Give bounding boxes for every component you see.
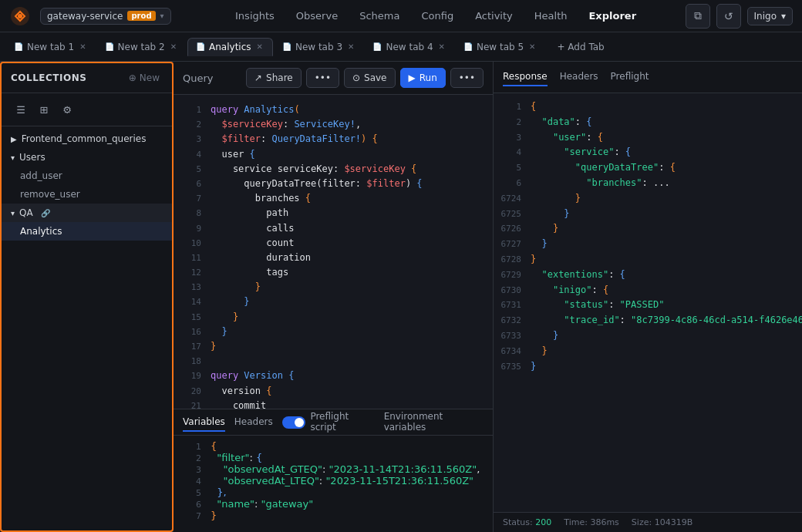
user-menu-button[interactable]: Inigo ▾ — [747, 7, 793, 25]
code-line: 3 "observedAt_GTEQ": "2023-11-14T21:36:1… — [174, 463, 493, 475]
tab-close-icon[interactable]: ✕ — [169, 42, 178, 52]
nav-config[interactable]: Config — [412, 6, 463, 25]
sidebar-item-analytics[interactable]: Analytics — [2, 222, 172, 241]
code-line: 6735} — [494, 359, 802, 375]
tab-headers[interactable]: Headers — [234, 413, 273, 432]
tab-response-headers[interactable]: Headers — [560, 68, 598, 86]
variables-content[interactable]: 1{2 "filter": {3 "observedAt_GTEQ": "202… — [174, 436, 493, 532]
tab-response-preflight[interactable]: Preflight — [611, 68, 649, 86]
tab-close-icon[interactable]: ✕ — [527, 42, 537, 52]
tab-variables[interactable]: Variables — [183, 413, 225, 432]
line-number: 5 — [180, 163, 201, 177]
settings-icon[interactable]: ⚙ — [57, 99, 77, 120]
line-number: 2 — [180, 118, 201, 132]
line-number: 6 — [180, 177, 201, 191]
line-number: 6735 — [500, 360, 521, 374]
refresh-button[interactable]: ↺ — [716, 4, 741, 29]
preflight-toggle[interactable]: Preflight script — [282, 408, 375, 437]
tab-doc-icon: 📄 — [372, 42, 382, 51]
line-number: 15 — [180, 311, 201, 325]
tab-label: Analytics — [209, 42, 251, 52]
line-number: 6733 — [500, 329, 521, 343]
variables-panel: Variables Headers Preflight script Envir… — [174, 409, 493, 532]
line-number: 6730 — [500, 284, 521, 298]
line-number: 6732 — [500, 314, 521, 328]
tab-close-icon[interactable]: ✕ — [255, 42, 265, 52]
tab-close-icon[interactable]: ✕ — [346, 42, 356, 52]
share-button[interactable]: ↗ Share — [246, 68, 302, 88]
new-collection-button[interactable]: ⊕ New — [126, 71, 163, 85]
line-number: 20 — [180, 385, 201, 399]
sidebar-item-remove-user[interactable]: remove_user — [2, 185, 172, 204]
code-line: 1{ — [174, 440, 493, 452]
run-button[interactable]: ▶ Run — [400, 68, 446, 88]
tab-response[interactable]: Response — [503, 68, 548, 86]
nav-health[interactable]: Health — [525, 6, 577, 25]
sidebar-item-qa[interactable]: ▾ QA 🔗 ✎ 🗑 — [2, 204, 172, 222]
tab-new-tab-4[interactable]: 📄 New tab 4 ✕ — [365, 39, 454, 56]
add-tab-button[interactable]: + Add Tab — [549, 39, 612, 56]
status-bar: Status: 200 Time: 386ms Size: 104319B — [494, 512, 802, 532]
query-toolbar: Query ↗ Share ••• ⊙ Save ▶ Run • — [174, 62, 493, 95]
status-label: Status: 200 — [503, 517, 551, 527]
more-run-icon: ••• — [459, 72, 475, 83]
save-button[interactable]: ⊙ Save — [344, 68, 396, 88]
code-line: 17} — [174, 339, 493, 354]
status-code: 200 — [535, 517, 551, 527]
code-line: 18 — [174, 354, 493, 369]
tab-preflight[interactable]: Preflight script — [310, 408, 374, 437]
line-number: 6727 — [500, 237, 521, 251]
tabs-bar: 📄 New tab 1 ✕ 📄 New tab 2 ✕ 📄 Analytics … — [0, 32, 802, 62]
nav-observe[interactable]: Observe — [287, 6, 347, 25]
svg-point-1 — [18, 14, 22, 19]
code-line: 6728} — [494, 252, 802, 268]
tab-analytics[interactable]: 📄 Analytics ✕ — [187, 38, 273, 56]
sidebar-item-users[interactable]: ▾ Users — [2, 148, 172, 167]
line-number: 9 — [180, 222, 201, 236]
delete-icon[interactable]: 🗑 — [154, 208, 163, 218]
code-line: 7} — [174, 510, 493, 521]
code-line: 19query Version { — [174, 369, 493, 383]
code-line: 13 } — [174, 280, 493, 295]
sidebar: Collections ⊕ New ☰ ⊞ ⚙ ▶ Frontend_commo… — [0, 62, 174, 532]
user-chevron-icon: ▾ — [781, 11, 786, 22]
item-label: Analytics — [20, 226, 62, 237]
line-number: 1 — [500, 100, 521, 114]
line-number: 12 — [180, 266, 201, 280]
variables-toolbar: Variables Headers Preflight script Envir… — [174, 409, 493, 436]
line-number: 16 — [180, 325, 201, 339]
service-badge[interactable]: gateway-service prod ▾ — [40, 8, 171, 25]
more-run-button[interactable]: ••• — [450, 68, 484, 88]
nav-activity[interactable]: Activity — [466, 6, 522, 25]
folder-label: Frontend_common_queries — [22, 133, 147, 144]
code-line: 6729 "extentions": { — [494, 268, 802, 283]
line-number: 19 — [180, 369, 201, 383]
new-label: New — [140, 72, 160, 83]
sidebar-item-frontend-common-queries[interactable]: ▶ Frontend_common_queries — [2, 130, 172, 148]
tab-new-tab-3[interactable]: 📄 New tab 3 ✕ — [275, 39, 364, 56]
list-view-icon[interactable]: ☰ — [11, 99, 31, 120]
tab-close-icon[interactable]: ✕ — [78, 42, 87, 52]
line-number: 6729 — [500, 268, 521, 282]
tab-new-tab-2[interactable]: 📄 New tab 2 ✕ — [97, 39, 187, 56]
nav-schema[interactable]: Schema — [350, 6, 409, 25]
copy-link-button[interactable]: ⧉ — [686, 4, 710, 29]
time-value: 386ms — [590, 517, 618, 527]
tab-label: New tab 1 — [27, 42, 74, 52]
code-line: 1{ — [494, 99, 802, 115]
tab-close-icon[interactable]: ✕ — [437, 42, 446, 52]
tab-env-vars[interactable]: Environment variables — [384, 408, 484, 437]
edit-icon[interactable]: ✎ — [144, 208, 151, 218]
line-number: 6728 — [500, 253, 521, 267]
chevron-down-icon: ▾ — [11, 209, 15, 217]
query-editor[interactable]: 1query Analytics(2 $serviceKey: ServiceK… — [174, 95, 493, 409]
nav-insights[interactable]: Insights — [226, 6, 284, 25]
sidebar-item-add-user[interactable]: add_user — [2, 167, 172, 185]
grid-view-icon[interactable]: ⊞ — [34, 99, 54, 120]
line-number: 1 — [180, 103, 201, 117]
more-query-button[interactable]: ••• — [306, 68, 339, 88]
tab-new-tab-1[interactable]: 📄 New tab 1 ✕ — [6, 39, 96, 56]
nav-explorer[interactable]: Explorer — [579, 6, 645, 25]
tab-new-tab-5[interactable]: 📄 New tab 5 ✕ — [456, 39, 545, 56]
nav-links: Insights Observe Schema Config Activity … — [187, 6, 686, 25]
